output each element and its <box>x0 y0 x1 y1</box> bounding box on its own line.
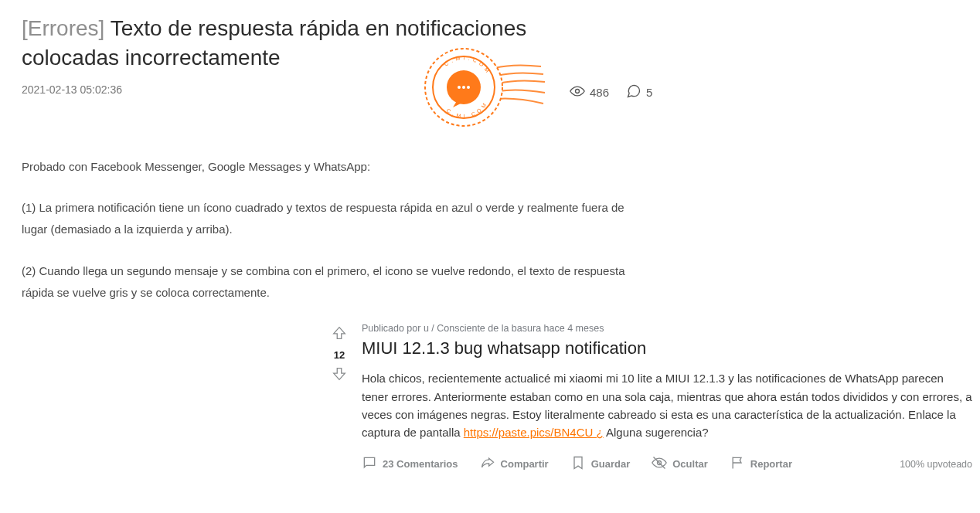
comment-icon <box>626 83 641 101</box>
eye-off-icon <box>652 455 667 473</box>
post-body: Probado con Facebook Messenger, Google M… <box>22 156 648 304</box>
svg-point-8 <box>576 90 580 93</box>
views-count: 486 <box>590 86 609 99</box>
post-title: [Errores] Texto de respuesta rápida en n… <box>22 14 624 73</box>
views-stat: 486 <box>570 83 609 101</box>
speech-bubble-icon <box>362 455 377 473</box>
action-label: Guardar <box>591 458 631 470</box>
flag-icon <box>730 455 745 473</box>
post-paragraph: (2) Cuando llega un segundo mensaje y se… <box>22 260 648 304</box>
card-title[interactable]: MIUI 12.1.3 bug whatsapp notification <box>362 338 972 358</box>
eye-icon <box>570 83 585 101</box>
share-button[interactable]: Compartir <box>480 455 549 473</box>
upvote-percentage: 100% upvoteado <box>900 459 972 470</box>
hide-button[interactable]: Ocultar <box>652 455 708 473</box>
upvote-icon[interactable] <box>331 324 348 345</box>
post-timestamp: 2021-02-13 05:02:36 <box>22 83 122 96</box>
action-label: 23 Comentarios <box>383 458 458 470</box>
share-icon <box>480 455 495 473</box>
comments-stat: 5 <box>626 83 652 101</box>
vote-column: 12 <box>331 323 348 473</box>
save-button[interactable]: Guardar <box>570 455 631 473</box>
card-body-text-after: Alguna sugerencia? <box>604 426 709 439</box>
svg-text:C . M I . C O M: C . M I . C O M <box>445 102 488 119</box>
action-label: Reportar <box>750 458 792 470</box>
vote-score: 12 <box>334 349 345 361</box>
post-category-tag: [Errores] <box>22 16 104 40</box>
embedded-post-card: 12 Publicado por u / Consciente de la ba… <box>331 323 972 473</box>
bookmark-icon <box>570 455 586 473</box>
card-actions: 23 Comentarios Compartir Guardar Ocultar <box>362 455 972 473</box>
report-button[interactable]: Reportar <box>730 455 792 473</box>
comments-count: 5 <box>646 86 652 99</box>
card-body: Hola chicos, recientemente actualicé mi … <box>362 369 972 441</box>
downvote-icon[interactable] <box>331 365 348 386</box>
action-label: Ocultar <box>672 458 708 470</box>
action-label: Compartir <box>501 458 549 470</box>
comments-button[interactable]: 23 Comentarios <box>362 455 458 473</box>
post-paragraph: (1) La primera notificación tiene un íco… <box>22 197 648 240</box>
post-paragraph: Probado con Facebook Messenger, Google M… <box>22 156 648 178</box>
card-byline: Publicado por u / Consciente de la basur… <box>362 323 972 334</box>
card-body-link[interactable]: https://paste.pics/BN4CU ¿ <box>464 426 604 439</box>
